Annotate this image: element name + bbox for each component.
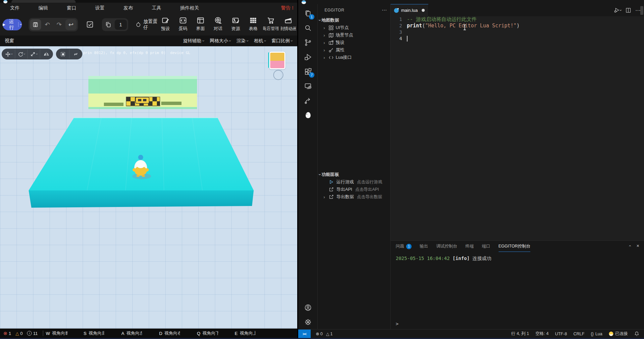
move-tool-button[interactable]: › (2, 49, 15, 59)
scale-tool-button[interactable]: › (27, 49, 40, 59)
more-actions-icon[interactable]: ⋯ (382, 7, 387, 13)
save-button[interactable] (30, 19, 41, 30)
chevron-up-icon[interactable]: › (628, 245, 633, 246)
panel-tab-ports[interactable]: 端口 (482, 241, 491, 252)
place-egg-button[interactable]: 放置蛋仔 (136, 19, 158, 31)
grid-size-dropdown[interactable]: 网格大小› (210, 38, 231, 44)
split-editor-button[interactable] (626, 8, 631, 13)
film-reel-icon (214, 16, 222, 25)
link-button[interactable] (69, 49, 82, 59)
close-icon[interactable]: × (637, 243, 639, 249)
log-level: [info] (453, 256, 470, 261)
panel-tab-debug-console[interactable]: 调试控制台 (436, 241, 457, 252)
menu-edit[interactable]: 编辑 (38, 5, 48, 11)
window-icon (196, 16, 205, 25)
tree-item-presets[interactable]: › 预设 (318, 39, 390, 46)
render-dropdown[interactable]: 渲染› (236, 38, 248, 44)
menu-window[interactable]: 窗口 (67, 5, 76, 11)
run-file-button[interactable]: › (614, 7, 621, 13)
action-export-api[interactable]: 导出API 点击导出API (318, 186, 390, 193)
chevron-right-icon: › (324, 55, 326, 60)
app-root: 文件 编辑 窗口 设置 发布 工具 插件相关 警告！ ▶ 运行 › (0, 0, 644, 339)
panel-tab-eggitor-console[interactable]: EGGITOR控制台 (499, 241, 531, 252)
cursor-position[interactable]: 行 4, 列 1 (511, 331, 529, 337)
tree-item-scene-nodes[interactable]: › 场景节点 (318, 31, 390, 39)
code-icon (179, 16, 187, 25)
encoding[interactable]: UTF-8 (555, 332, 567, 336)
revert-to-save-button[interactable]: ↩ (65, 19, 77, 30)
eol-sequence[interactable]: CRLF (573, 332, 585, 336)
search-activity-button[interactable] (298, 21, 317, 35)
notifications-bell[interactable] (634, 331, 639, 336)
copy-count-field[interactable]: 1 (115, 20, 127, 30)
copy-button[interactable] (103, 20, 113, 30)
indentation[interactable]: 空格: 4 (535, 331, 549, 337)
chevron-down-icon[interactable]: › (19, 24, 23, 25)
tool-label: 蛋码 (179, 26, 188, 32)
multi-select-toggle[interactable] (86, 21, 94, 28)
tree-item-ui-nodes[interactable]: › UI节点 (318, 24, 390, 31)
problems-status[interactable]: ⊗0 △1 (316, 331, 333, 336)
activity-bar: 1 7 (298, 4, 318, 329)
tool-resources[interactable]: 资源 (228, 15, 243, 35)
account-button[interactable] (298, 300, 317, 315)
panel-tab-problems[interactable]: 问题 1 (396, 241, 412, 252)
menu-settings[interactable]: 设置 (95, 5, 105, 11)
tool-shop[interactable]: 商店管理 (263, 15, 278, 35)
menu-file[interactable]: 文件 (10, 5, 20, 11)
tool-preset[interactable]: 预设 (158, 15, 173, 35)
section-function-panel[interactable]: › 功能面板 (318, 171, 390, 178)
tool-dialogue[interactable]: 对话 (211, 15, 226, 35)
settings-button[interactable] (298, 315, 317, 329)
camera-dropdown[interactable]: 相机› (254, 38, 266, 44)
more-actions-icon[interactable]: ⋯ (635, 7, 641, 14)
section-function-panel-wrap: › 功能面板 运行游戏 点击运行游戏 (318, 171, 390, 201)
rotate-assist-dropdown[interactable]: 旋转辅助› (183, 38, 204, 44)
tool-ui[interactable]: 界面 (193, 15, 208, 35)
menu-publish[interactable]: 发布 (123, 5, 133, 11)
console-prompt[interactable]: > (396, 321, 398, 327)
chevron-right-icon: › (324, 194, 326, 200)
rotate-tool-button[interactable]: › (15, 49, 27, 59)
panel-tab-output[interactable]: 输出 (420, 241, 428, 252)
skin-palette-widget[interactable] (269, 52, 287, 80)
tool-egg-code[interactable]: 蛋码 (175, 15, 191, 35)
log-timestamp: 2025-05-15 16:04:42 (396, 256, 450, 261)
chevron-down-icon[interactable]: › (618, 9, 623, 11)
play-icon: ▶ (3, 23, 5, 26)
window-ratio-dropdown[interactable]: 窗口比例› (272, 38, 292, 44)
explorer-activity-button[interactable]: 1 (298, 6, 317, 21)
language-mode[interactable]: {} Lua (591, 332, 602, 336)
redo-button[interactable]: ↷ (54, 19, 65, 30)
run-button[interactable]: ▶ 运行 › (3, 19, 22, 30)
sidebar-title-row: EGGITOR ⋯ (318, 4, 390, 16)
tool-table[interactable]: 表格 (246, 15, 261, 35)
tool-cutscene[interactable]: 剧情动画 (281, 15, 296, 35)
tab-main-lua[interactable]: main.lua (391, 4, 428, 16)
eggitor-activity-button[interactable] (298, 108, 317, 122)
menu-tools[interactable]: 工具 (152, 5, 161, 11)
tree-item-lua-api[interactable]: › Lua接口 (318, 54, 390, 61)
viewport-3d-canvas[interactable]: prin 8012), fx dp 0, efx(dp 0 prim 0) de… (0, 46, 297, 329)
source-control-activity-button[interactable] (298, 35, 317, 50)
remote-indicator[interactable]: >< (298, 330, 311, 338)
menu-plugins[interactable]: 插件相关 (180, 5, 199, 11)
action-run-game[interactable]: 运行游戏 点击运行游戏 (318, 178, 390, 186)
code-editor[interactable]: 1 -- 游戏启动将自动运行此文件 2 print("Hello, PC Edi… (391, 16, 644, 240)
tree-item-properties[interactable]: › 属性 (318, 46, 390, 54)
snap-select-button[interactable] (57, 49, 69, 59)
connection-status[interactable]: 已连接 (609, 331, 628, 337)
modified-dot-icon[interactable] (422, 9, 425, 12)
section-map-data[interactable]: › 地图数据 (318, 16, 390, 24)
chick-icon (609, 332, 613, 336)
extensions-activity-button[interactable]: 7 (298, 64, 317, 79)
info-count: i 11 (27, 331, 38, 336)
remote-explorer-activity-button[interactable] (298, 79, 317, 93)
panel-tab-terminal[interactable]: 终端 (466, 241, 474, 252)
share-activity-button[interactable] (298, 93, 317, 108)
action-export-data[interactable]: › 导出数据 点击导出数据 (318, 193, 390, 201)
mirror-tool-button[interactable] (40, 49, 52, 59)
run-debug-activity-button[interactable] (298, 50, 317, 64)
undo-button[interactable]: ↶ (42, 19, 53, 30)
editor-scrollbar-thumb[interactable] (640, 6, 643, 15)
